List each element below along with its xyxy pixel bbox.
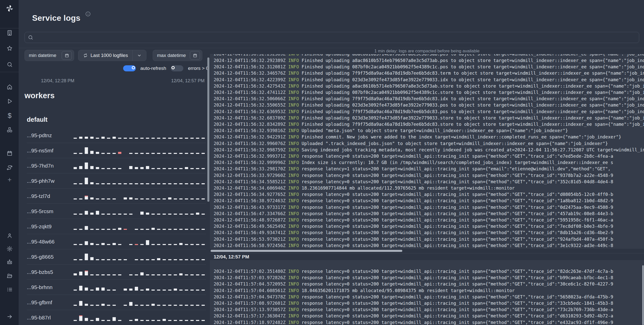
home-icon[interactable] bbox=[4, 82, 15, 92]
dollar-icon[interactable]: $ bbox=[4, 110, 15, 121]
log-panel-1-horizontal-scrollbar[interactable] bbox=[211, 250, 402, 252]
worker-row[interactable]: ...95-b87rl bbox=[27, 310, 206, 325]
worker-row[interactable]: ...95-7hd7n bbox=[27, 158, 206, 173]
sparkline-bar bbox=[179, 183, 183, 184]
sparkline-bar bbox=[179, 243, 183, 245]
log-panel-1[interactable]: 2024-12-04T11:56:32.292389Z INFO Finishe… bbox=[210, 54, 644, 249]
sparkline-bar bbox=[157, 168, 160, 169]
play-icon[interactable] bbox=[4, 96, 15, 107]
sparkline-bar bbox=[146, 138, 149, 139]
log-timestamp: 2024-12-04T11:56:38.972463Z bbox=[214, 198, 285, 203]
sparkline-bar bbox=[174, 214, 177, 215]
sparkline-bar bbox=[190, 290, 194, 291]
info-icon[interactable] bbox=[85, 11, 91, 17]
max-datetime-calendar-button[interactable] bbox=[190, 51, 200, 60]
workers-scrollbar[interactable] bbox=[207, 57, 209, 202]
arrow-right-icon[interactable] bbox=[4, 311, 15, 322]
log-level: INFO bbox=[285, 313, 301, 318]
log-panel-2[interactable]: 2024-12-04T11:57:02.351480Z INFO respons… bbox=[210, 261, 644, 325]
person-icon[interactable] bbox=[4, 230, 15, 241]
sparkline-bar bbox=[113, 274, 116, 275]
sparkline-bar bbox=[85, 226, 88, 230]
log-panel-2-vertical-scrollbar[interactable] bbox=[642, 265, 644, 325]
sparkline-bar bbox=[168, 305, 171, 306]
sparkline-bar bbox=[163, 244, 166, 245]
worker-row[interactable]: ...95-g8665 bbox=[27, 249, 206, 265]
sparkline-bar bbox=[135, 244, 138, 245]
sparkline-bar bbox=[135, 319, 138, 321]
sparkline-bar bbox=[196, 274, 199, 275]
sparkline-bar bbox=[90, 229, 94, 230]
log-message: response latency=0 status=200 target=win… bbox=[302, 320, 613, 325]
building-icon[interactable] bbox=[4, 28, 15, 38]
auto-refresh-toggle[interactable] bbox=[123, 65, 136, 71]
min-datetime-input[interactable] bbox=[28, 52, 62, 58]
log-level: INFO bbox=[285, 128, 301, 133]
worker-row[interactable]: ...95-tzl7d bbox=[27, 189, 206, 204]
log-timestamp: 2024-12-04T11:56:32.346576Z bbox=[214, 71, 285, 76]
worker-row[interactable]: ...95-phh7w bbox=[27, 173, 206, 189]
sparkline-bar bbox=[101, 320, 105, 321]
sparkline-bar bbox=[74, 273, 77, 275]
worker-sparkline bbox=[74, 267, 206, 277]
sparkline-bar bbox=[79, 137, 82, 139]
sparkline-bar bbox=[185, 290, 188, 291]
windmill-logo[interactable] bbox=[4, 3, 15, 14]
toggle-knob bbox=[171, 66, 175, 69]
sparkline-bar bbox=[179, 259, 183, 260]
log-line: 2024-12-04T11:56:32.636953Z INFO Finishe… bbox=[214, 109, 644, 115]
sparkline-bar bbox=[146, 305, 149, 306]
search-nav-icon[interactable] bbox=[4, 59, 15, 70]
sparkline-bar bbox=[196, 213, 199, 215]
worker-row[interactable]: ...95-48w66 bbox=[27, 234, 206, 249]
logfiles-label: Last 1000 logfiles bbox=[91, 53, 128, 58]
sparkline-bar bbox=[129, 153, 132, 154]
worker-row[interactable]: ...95-gfbmf bbox=[27, 295, 206, 310]
folder-icon[interactable] bbox=[4, 271, 15, 281]
min-datetime-calendar-button[interactable] bbox=[62, 51, 72, 60]
star-icon[interactable] bbox=[4, 43, 15, 54]
sparkline-bar bbox=[196, 153, 199, 154]
max-datetime-field[interactable] bbox=[153, 50, 202, 61]
sparkline-bar bbox=[113, 243, 116, 245]
list-icon[interactable] bbox=[4, 284, 15, 295]
sparkline-bar bbox=[85, 211, 88, 215]
log-line: 2024-12-04T11:56:32.999996Z INFO Index s… bbox=[214, 159, 644, 166]
sparkline-bar bbox=[107, 320, 110, 321]
worker-name: ...95-5rcsm bbox=[27, 208, 74, 214]
logfiles-select[interactable]: Last 1000 logfiles bbox=[78, 50, 146, 61]
sparkline-bar bbox=[163, 229, 166, 230]
plus-icon[interactable]: + bbox=[4, 174, 15, 185]
gear-icon[interactable] bbox=[4, 243, 15, 254]
worker-row[interactable]: ...95-zqkt9 bbox=[27, 219, 206, 234]
log-level: INFO bbox=[285, 141, 301, 146]
sparkline-bar bbox=[74, 305, 77, 306]
sparkline-bar bbox=[129, 302, 132, 306]
search-input[interactable] bbox=[36, 34, 636, 40]
worker-row[interactable]: ...95-pdtnz bbox=[27, 128, 206, 143]
errors-toggle[interactable] bbox=[171, 65, 183, 71]
sparkline-bar bbox=[157, 198, 160, 199]
logfiles-main[interactable]: Last 1000 logfiles bbox=[78, 50, 132, 61]
route-icon[interactable] bbox=[4, 162, 15, 173]
logfiles-dropdown-button[interactable] bbox=[132, 50, 146, 61]
sparkline-bar bbox=[74, 320, 77, 321]
worker-row[interactable]: ...95-bzbs5 bbox=[27, 265, 206, 280]
min-datetime-field[interactable] bbox=[25, 50, 74, 61]
cubes-icon[interactable] bbox=[4, 125, 15, 135]
max-datetime-input[interactable] bbox=[157, 52, 190, 58]
log-line: 2024-12-04T11:56:49.562549Z INFO respons… bbox=[214, 223, 644, 230]
log-message: response latency=0 status=200 target=win… bbox=[302, 224, 613, 229]
log-level: INFO bbox=[285, 179, 301, 184]
sparkline-bar bbox=[129, 166, 132, 169]
calendar-icon[interactable] bbox=[4, 148, 15, 159]
sparkline-bar bbox=[101, 288, 105, 291]
sparkline-bar bbox=[163, 274, 166, 275]
worker-row[interactable]: ...95-ns5mf bbox=[27, 143, 206, 158]
worker-row[interactable]: ...95-brhnn bbox=[27, 280, 206, 295]
sparkline-bar bbox=[202, 198, 205, 199]
log-message: Finished uploading 023d3e3092fe473d85fae… bbox=[302, 77, 644, 82]
robot-icon[interactable] bbox=[4, 257, 15, 267]
worker-row[interactable]: ...95-5rcsm bbox=[27, 204, 206, 219]
sparkline-bar bbox=[107, 214, 110, 215]
